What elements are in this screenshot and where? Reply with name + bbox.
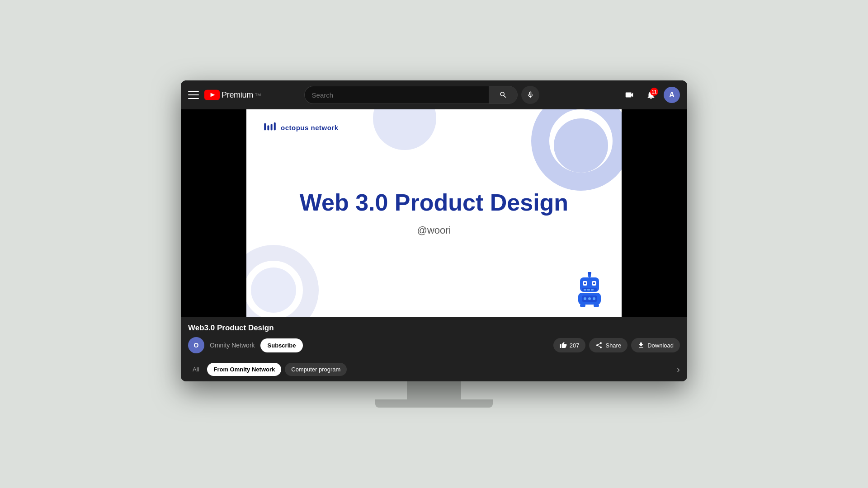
svg-rect-12	[593, 282, 595, 284]
premium-tm: TM	[255, 93, 261, 97]
topbar: PremiumTM 11	[181, 80, 687, 109]
monitor-frame: PremiumTM 11	[181, 80, 687, 381]
user-avatar[interactable]: A	[664, 87, 680, 103]
tag-computer-button[interactable]: Computer program	[285, 363, 347, 376]
video-title: Web3.0 Product Design	[188, 324, 274, 333]
octopus-logo-text: octopus network	[281, 124, 339, 131]
deco-circle-2	[554, 118, 608, 173]
notifications-button[interactable]: 11	[642, 86, 660, 104]
slide-content: Web 3.0 Product Design @woori	[284, 190, 584, 236]
monitor-stand	[181, 381, 687, 408]
deco-circle-5	[251, 267, 296, 313]
tags-chevron-icon[interactable]: ›	[677, 364, 680, 375]
notification-badge: 11	[650, 88, 658, 96]
octopus-logo: octopus network	[263, 120, 339, 135]
download-button[interactable]: Download	[631, 338, 680, 352]
svg-rect-2	[264, 123, 266, 130]
video-player[interactable]: octopus network Web 3.0 Product Design @…	[181, 109, 687, 317]
share-button[interactable]: Share	[589, 338, 627, 352]
bottom-bar: Web3.0 Product Design O Omnity Network S…	[181, 317, 687, 359]
create-button[interactable]	[620, 86, 638, 104]
like-button[interactable]: 207	[553, 338, 586, 352]
svg-point-20	[588, 297, 591, 300]
svg-point-21	[593, 297, 595, 300]
video-slide: octopus network Web 3.0 Product Design @…	[246, 109, 622, 317]
svg-point-19	[584, 297, 586, 300]
youtube-logo[interactable]: PremiumTM	[204, 89, 261, 100]
deco-circle-3	[373, 109, 436, 150]
svg-rect-11	[584, 282, 586, 284]
svg-rect-3	[267, 125, 269, 130]
svg-rect-14	[584, 289, 586, 291]
mic-button[interactable]	[521, 86, 539, 104]
premium-label: Premium	[222, 90, 253, 100]
channel-name: Omnity Network	[210, 342, 255, 349]
share-label: Share	[605, 342, 621, 349]
like-count: 207	[570, 342, 580, 349]
svg-rect-5	[274, 122, 276, 131]
svg-rect-22	[580, 304, 585, 307]
svg-rect-23	[594, 304, 599, 307]
search-bar	[304, 86, 539, 104]
robot-mascot	[574, 272, 605, 308]
tags-row: All From Omnity Network Computer program…	[181, 359, 687, 381]
channel-avatar: O	[188, 337, 204, 353]
slide-title: Web 3.0 Product Design	[284, 190, 584, 216]
subscribe-button[interactable]: Subscribe	[260, 338, 303, 352]
hamburger-menu-icon[interactable]	[188, 91, 199, 99]
svg-rect-4	[271, 124, 273, 130]
search-button[interactable]	[489, 86, 518, 104]
slide-subtitle: @woori	[284, 225, 584, 237]
search-input[interactable]	[312, 91, 481, 99]
download-label: Download	[647, 342, 674, 349]
tag-all-button[interactable]: All	[188, 363, 203, 376]
tag-omnity-button[interactable]: From Omnity Network	[207, 363, 281, 376]
svg-rect-15	[587, 289, 590, 291]
svg-rect-16	[591, 289, 594, 291]
